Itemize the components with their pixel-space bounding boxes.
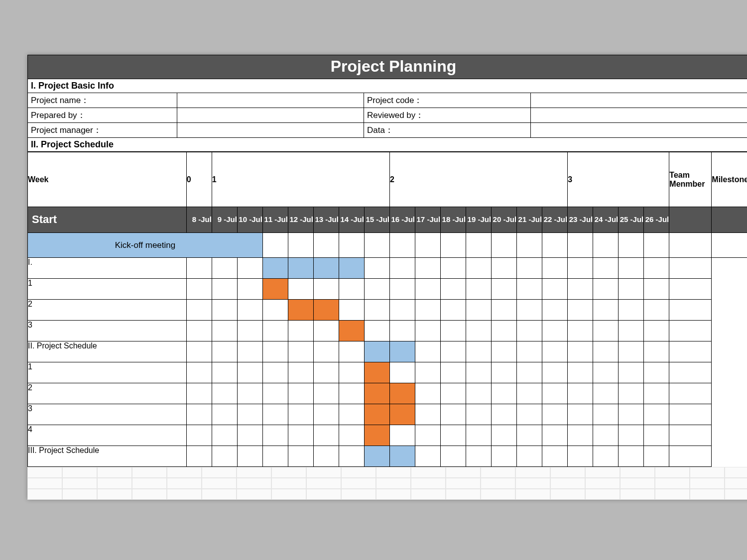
gantt-cell[interactable] xyxy=(339,404,364,425)
gantt-cell[interactable] xyxy=(288,341,313,362)
gantt-cell[interactable] xyxy=(313,321,339,341)
task-name[interactable]: II. Project Schedule xyxy=(28,341,187,362)
gantt-cell[interactable] xyxy=(542,300,568,321)
gantt-cell[interactable] xyxy=(568,279,593,300)
gantt-cell[interactable] xyxy=(441,233,466,258)
team-member-cell[interactable] xyxy=(669,279,712,300)
gantt-cell[interactable] xyxy=(644,404,669,425)
gantt-cell[interactable] xyxy=(466,341,492,362)
task-name[interactable]: 3 xyxy=(28,404,187,425)
gantt-cell[interactable] xyxy=(237,279,262,300)
gantt-cell[interactable] xyxy=(288,300,313,321)
gantt-cell[interactable] xyxy=(568,233,593,258)
gantt-cell[interactable] xyxy=(313,362,339,383)
gantt-cell[interactable] xyxy=(542,341,568,362)
gantt-cell[interactable] xyxy=(262,341,288,362)
gantt-cell[interactable] xyxy=(568,404,593,425)
gantt-cell[interactable] xyxy=(339,300,364,321)
gantt-cell[interactable] xyxy=(568,300,593,321)
gantt-cell[interactable] xyxy=(619,300,644,321)
gantt-cell[interactable] xyxy=(593,300,619,321)
gantt-cell[interactable] xyxy=(441,341,466,362)
gantt-cell[interactable] xyxy=(415,404,441,425)
gantt-cell[interactable] xyxy=(288,279,313,300)
gantt-cell[interactable] xyxy=(441,300,466,321)
gantt-cell[interactable] xyxy=(237,404,262,425)
gantt-cell[interactable] xyxy=(441,425,466,446)
gantt-cell[interactable] xyxy=(339,258,364,279)
gantt-cell[interactable] xyxy=(517,446,542,467)
gantt-cell[interactable] xyxy=(237,446,262,467)
gantt-cell[interactable] xyxy=(288,425,313,446)
gantt-cell[interactable] xyxy=(313,404,339,425)
gantt-cell[interactable] xyxy=(593,233,619,258)
gantt-cell[interactable] xyxy=(619,362,644,383)
gantt-cell[interactable] xyxy=(619,425,644,446)
gantt-cell[interactable] xyxy=(288,383,313,404)
gantt-cell[interactable] xyxy=(441,362,466,383)
gantt-cell[interactable] xyxy=(644,321,669,341)
gantt-cell[interactable] xyxy=(517,425,542,446)
gantt-cell[interactable] xyxy=(644,362,669,383)
gantt-cell[interactable] xyxy=(364,321,389,341)
value-reviewed-by[interactable] xyxy=(530,108,747,122)
gantt-cell[interactable] xyxy=(466,258,492,279)
gantt-cell[interactable] xyxy=(313,383,339,404)
gantt-cell[interactable] xyxy=(466,404,492,425)
gantt-cell[interactable] xyxy=(619,383,644,404)
gantt-cell[interactable] xyxy=(364,341,389,362)
gantt-cell[interactable] xyxy=(390,300,415,321)
task-name[interactable]: I. xyxy=(28,258,187,279)
gantt-cell[interactable] xyxy=(517,341,542,362)
gantt-cell[interactable] xyxy=(288,258,313,279)
gantt-cell[interactable] xyxy=(568,258,593,279)
gantt-cell[interactable] xyxy=(568,362,593,383)
value-prepared-by[interactable] xyxy=(177,108,364,122)
gantt-cell[interactable] xyxy=(364,300,389,321)
gantt-cell[interactable] xyxy=(237,362,262,383)
gantt-cell[interactable] xyxy=(492,425,517,446)
gantt-cell[interactable] xyxy=(262,258,288,279)
gantt-cell[interactable] xyxy=(339,233,364,258)
gantt-cell[interactable] xyxy=(364,404,389,425)
gantt-cell[interactable] xyxy=(313,233,339,258)
gantt-cell[interactable] xyxy=(542,279,568,300)
task-name[interactable]: 1 xyxy=(28,362,187,383)
gantt-cell[interactable] xyxy=(237,341,262,362)
gantt-cell[interactable] xyxy=(212,362,237,383)
gantt-cell[interactable] xyxy=(390,258,415,279)
gantt-cell[interactable] xyxy=(212,425,237,446)
gantt-cell[interactable] xyxy=(492,362,517,383)
gantt-cell[interactable] xyxy=(288,362,313,383)
gantt-cell[interactable] xyxy=(390,341,415,362)
gantt-cell[interactable] xyxy=(364,446,389,467)
gantt-cell[interactable] xyxy=(568,383,593,404)
gantt-cell[interactable] xyxy=(390,425,415,446)
team-member-cell[interactable] xyxy=(669,300,712,321)
gantt-cell[interactable] xyxy=(313,425,339,446)
gantt-cell[interactable] xyxy=(415,233,441,258)
gantt-cell[interactable] xyxy=(390,279,415,300)
gantt-cell[interactable] xyxy=(619,341,644,362)
gantt-cell[interactable] xyxy=(237,383,262,404)
task-name[interactable]: 3 xyxy=(28,321,187,341)
gantt-cell[interactable] xyxy=(492,300,517,321)
gantt-cell[interactable] xyxy=(262,321,288,341)
gantt-cell[interactable] xyxy=(186,383,212,404)
gantt-cell[interactable] xyxy=(262,279,288,300)
gantt-cell[interactable] xyxy=(415,383,441,404)
gantt-cell[interactable] xyxy=(542,233,568,258)
gantt-cell[interactable] xyxy=(644,279,669,300)
gantt-cell[interactable] xyxy=(517,279,542,300)
gantt-cell[interactable] xyxy=(364,362,389,383)
gantt-cell[interactable] xyxy=(186,404,212,425)
gantt-cell[interactable] xyxy=(619,321,644,341)
gantt-cell[interactable] xyxy=(542,383,568,404)
gantt-cell[interactable] xyxy=(262,233,288,258)
gantt-cell[interactable] xyxy=(186,279,212,300)
gantt-cell[interactable] xyxy=(593,404,619,425)
gantt-cell[interactable] xyxy=(415,300,441,321)
gantt-cell[interactable] xyxy=(364,279,389,300)
gantt-cell[interactable] xyxy=(441,404,466,425)
gantt-cell[interactable] xyxy=(619,233,644,258)
